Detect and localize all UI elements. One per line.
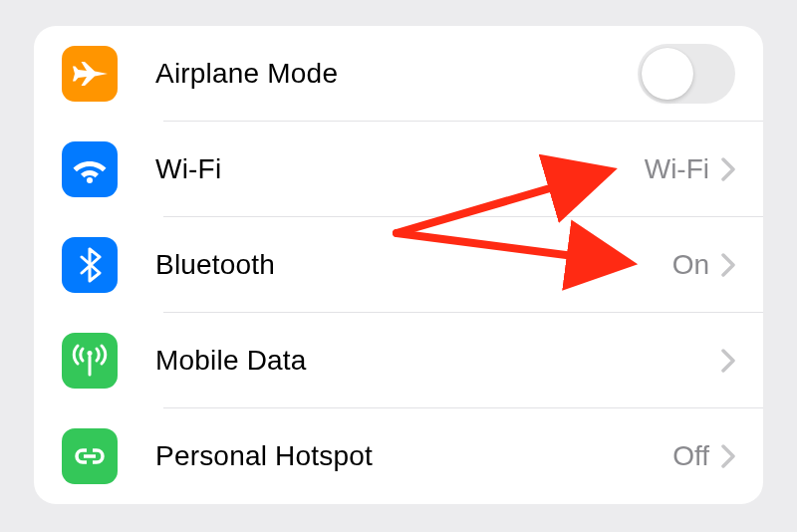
airplane-label: Airplane Mode — [155, 58, 338, 90]
airplane-toggle[interactable] — [638, 44, 735, 104]
airplane-icon — [62, 46, 118, 102]
mobile-data-icon — [62, 333, 118, 389]
toggle-knob — [642, 48, 693, 100]
svg-point-0 — [87, 177, 93, 183]
bluetooth-label: Bluetooth — [155, 249, 275, 281]
mobile-data-label: Mobile Data — [155, 345, 307, 377]
settings-group: Airplane Mode Wi-Fi Wi-Fi Blue — [34, 26, 763, 504]
chevron-right-icon — [721, 253, 735, 277]
row-bluetooth[interactable]: Bluetooth On — [34, 217, 763, 313]
row-wifi[interactable]: Wi-Fi Wi-Fi — [34, 122, 763, 217]
bluetooth-value: On — [672, 249, 709, 281]
row-personal-hotspot[interactable]: Personal Hotspot Off — [34, 408, 763, 504]
bluetooth-icon — [62, 237, 118, 293]
wifi-icon — [62, 141, 118, 197]
row-mobile-data[interactable]: Mobile Data — [34, 313, 763, 408]
chevron-right-icon — [721, 444, 735, 468]
hotspot-icon — [62, 428, 118, 484]
wifi-label: Wi-Fi — [155, 153, 221, 185]
row-airplane-mode[interactable]: Airplane Mode — [34, 26, 763, 122]
chevron-right-icon — [721, 349, 735, 373]
hotspot-value: Off — [672, 440, 709, 472]
hotspot-label: Personal Hotspot — [155, 440, 373, 472]
svg-point-1 — [88, 351, 93, 356]
wifi-value: Wi-Fi — [645, 153, 709, 185]
chevron-right-icon — [721, 157, 735, 181]
